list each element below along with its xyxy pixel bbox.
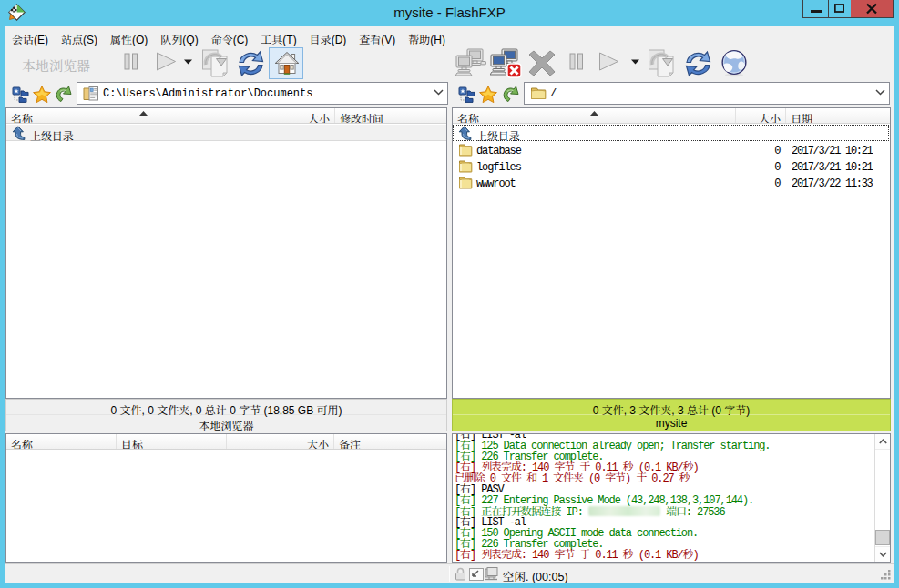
local-browser-label: 本地浏览器 — [22, 56, 90, 75]
row-date: 2017/3/21 10:21 — [792, 161, 873, 174]
local-col-date[interactable]: 修改时间 — [335, 108, 446, 123]
refresh-icon[interactable] — [237, 50, 265, 78]
local-status-summary: 0 文件, 0 文件夹, 0 总计 0 字节 (18.85 GB 可用) — [6, 400, 446, 415]
connect-icon[interactable] — [455, 48, 486, 77]
remote-status-summary: 0 文件, 3 文件夹, 3 总计 (0 字节) — [453, 400, 890, 415]
statusbar-idle-text: 空闲. (00:05) — [503, 568, 568, 584]
updir-row[interactable]: 上级目录 — [453, 125, 890, 141]
pause-icon[interactable] — [124, 53, 138, 70]
play-icon[interactable] — [598, 52, 619, 71]
pause-icon[interactable] — [569, 53, 584, 70]
row-size: 0 — [717, 161, 781, 174]
scrollbar-thumb[interactable] — [875, 530, 890, 545]
row-name: wwwroot — [476, 177, 516, 190]
favorites-star-icon[interactable] — [479, 86, 497, 103]
abort-icon[interactable] — [526, 50, 557, 77]
log-line: [右] 227 Entering Passive Mode (43,248,13… — [455, 495, 873, 506]
menu-help[interactable]: 帮助(H) — [402, 28, 452, 47]
updir-icon — [12, 126, 26, 140]
column-label: 备注 — [339, 439, 361, 449]
up-directory-arrow-icon[interactable] — [501, 86, 519, 103]
row-size: 0 — [717, 177, 781, 190]
menu-view[interactable]: 查看(V) — [352, 28, 402, 47]
chevron-down-icon[interactable] — [434, 89, 444, 96]
folder-row[interactable]: database 0 2017/3/21 10:21 — [453, 142, 890, 158]
minimize-button[interactable] — [802, 0, 829, 18]
column-label: 名称 — [11, 439, 33, 449]
menu-bar: 会话(E) 站点(S) 属性(O) 队列(Q) 命令(C) 工具(T) 目录(D… — [5, 28, 894, 47]
menu-commands[interactable]: 命令(C) — [205, 28, 255, 47]
documents-icon — [83, 86, 99, 102]
local-status-name: 本地浏览器 — [6, 415, 446, 431]
close-button[interactable] — [851, 0, 894, 18]
remote-col-size[interactable]: 大小 — [736, 108, 786, 123]
sort-asc-icon — [139, 111, 148, 116]
log-scrollbar[interactable] — [874, 434, 890, 562]
lock-icon — [454, 567, 467, 581]
log-line-text: 端口: 27536 — [660, 506, 725, 519]
disconnect-icon[interactable] — [490, 48, 522, 78]
statusbar-divider — [449, 566, 450, 582]
remote-path-value[interactable]: / — [550, 87, 557, 100]
chevron-down-icon[interactable] — [875, 89, 885, 96]
globe-icon[interactable] — [720, 49, 748, 77]
up-directory-arrow-icon[interactable] — [54, 86, 72, 103]
remote-list-header: 名称 大小 日期 — [453, 108, 890, 124]
scroll-down-button[interactable] — [875, 546, 890, 562]
local-path-combobox[interactable]: C:\Users\Administrator\Documents — [77, 82, 448, 105]
updir-icon — [458, 126, 472, 140]
local-status-panel: 0 文件, 0 文件夹, 0 总计 0 字节 (18.85 GB 可用) 本地浏… — [5, 399, 447, 431]
row-name: logfiles — [476, 161, 521, 174]
remote-path-combobox[interactable]: / — [524, 82, 890, 105]
menu-queue[interactable]: 队列(Q) — [154, 28, 204, 47]
scroll-up-button[interactable] — [875, 434, 890, 450]
local-file-list: 名称 大小 修改时间 上级目录 — [5, 107, 447, 399]
column-label: 修改时间 — [340, 113, 383, 123]
queue-header: 名称 目标 大小 备注 — [6, 434, 446, 450]
queue-col-name[interactable]: 名称 — [6, 434, 117, 449]
row-date: 2017/3/21 10:21 — [792, 145, 873, 157]
maximize-button[interactable] — [828, 0, 852, 18]
status-bar: 空闲. (00:05) — [5, 563, 894, 583]
home-button[interactable] — [269, 47, 303, 79]
session-log-panel[interactable]: [右] LIST -al [右] 125 Data connection alr… — [452, 433, 891, 563]
folder-row[interactable]: wwwroot 0 2017/3/22 11:33 — [453, 175, 890, 191]
refresh-icon[interactable] — [684, 50, 712, 78]
dropdown-caret-icon[interactable] — [184, 59, 192, 65]
flashfxp-window: mysite - FlashFXP 会话(E) 站点(S) 属性(O) 队列(Q… — [0, 0, 899, 588]
folder-icon — [530, 86, 547, 102]
column-label: 大小 — [759, 113, 781, 123]
transfer-icon[interactable] — [200, 48, 230, 78]
resize-grip[interactable] — [879, 568, 892, 581]
redacted-ip-blur — [588, 506, 660, 516]
local-list-header: 名称 大小 修改时间 — [6, 108, 446, 124]
folder-icon — [458, 159, 473, 174]
title-bar[interactable]: mysite - FlashFXP — [0, 0, 899, 26]
transfer-icon[interactable] — [647, 48, 677, 78]
menu-session[interactable]: 会话(E) — [5, 28, 55, 47]
folder-row[interactable]: logfiles 0 2017/3/21 10:21 — [453, 158, 890, 175]
menu-sites[interactable]: 站点(S) — [55, 28, 104, 47]
column-label: 目标 — [121, 439, 143, 449]
menu-tools[interactable]: 工具(T) — [254, 28, 302, 47]
folder-tree-icon[interactable] — [458, 86, 475, 103]
queue-col-target[interactable]: 目标 — [117, 434, 227, 449]
local-path-value[interactable]: C:\Users\Administrator\Documents — [103, 87, 312, 100]
queue-col-size[interactable]: 大小 — [227, 434, 334, 449]
column-label: 大小 — [307, 439, 329, 449]
updir-row[interactable]: 上级目录 — [6, 125, 446, 141]
row-name: 上级目录 — [476, 127, 520, 143]
close-icon — [866, 0, 877, 16]
menu-directory[interactable]: 目录(D) — [303, 28, 353, 47]
home-icon — [274, 51, 300, 76]
menu-options[interactable]: 属性(O) — [104, 28, 154, 47]
window-title: mysite - FlashFXP — [0, 5, 899, 20]
folder-tree-icon[interactable] — [12, 86, 29, 103]
dropdown-caret-icon[interactable] — [631, 59, 639, 65]
remote-col-date[interactable]: 日期 — [786, 108, 890, 123]
local-col-size[interactable]: 大小 — [281, 108, 335, 123]
play-icon[interactable] — [156, 52, 177, 71]
favorites-star-icon[interactable] — [33, 86, 51, 103]
queue-col-note[interactable]: 备注 — [334, 434, 446, 449]
row-name: database — [476, 145, 521, 157]
